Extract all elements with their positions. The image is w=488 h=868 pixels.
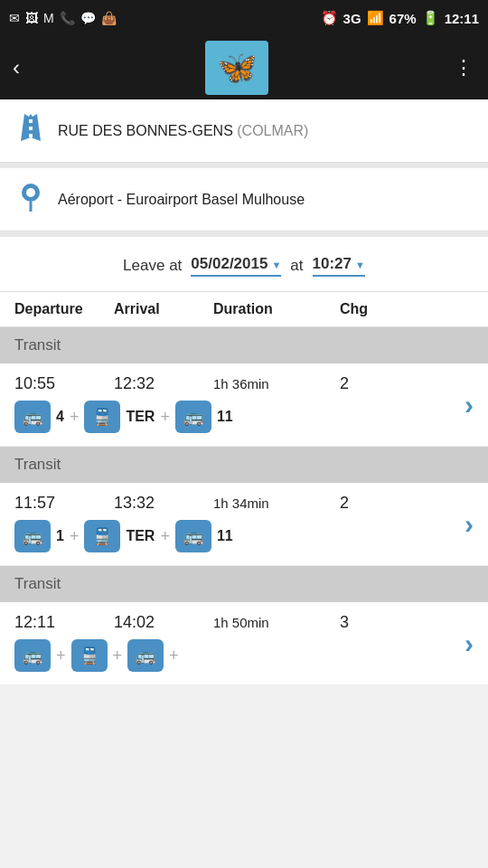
arrival-time-2: 13:32 bbox=[114, 494, 213, 513]
transit-label-2: Transit bbox=[14, 456, 61, 474]
line-num-2b: TER bbox=[126, 528, 155, 544]
pin-icon bbox=[14, 181, 47, 218]
plus-3b: + bbox=[113, 646, 123, 665]
departure-time-2: 11:57 bbox=[14, 494, 114, 513]
svg-rect-2 bbox=[29, 134, 33, 137]
arrival-col-header: Arrival bbox=[114, 301, 213, 317]
trip-row-3[interactable]: 12:11 14:02 1h 50min 3 🚌 + 🚆 + 🚌 + › bbox=[0, 602, 488, 685]
duration-3: 1h 50min bbox=[213, 615, 340, 630]
trip-row-1[interactable]: 10:55 12:32 1h 36min 2 🚌 4 + 🚆 TER + 🚌 1… bbox=[0, 363, 488, 447]
at-label: at bbox=[290, 257, 303, 275]
plus-2b: + bbox=[160, 527, 170, 546]
svg-rect-1 bbox=[29, 127, 33, 130]
origin-address: RUE DES BONNES-GENS (COLMAR) bbox=[0, 99, 488, 163]
svg-rect-0 bbox=[29, 119, 33, 123]
transit-header-1: Transit bbox=[0, 327, 488, 363]
changes-1: 2 bbox=[340, 374, 412, 393]
arrival-time-1: 12:32 bbox=[114, 374, 213, 393]
back-button[interactable]: ‹ bbox=[13, 55, 20, 80]
status-icons: ✉ 🖼 M 📞 💬 👜 bbox=[9, 11, 117, 25]
leave-time-picker[interactable]: 10:27 bbox=[313, 255, 365, 277]
trip-times-2: 11:57 13:32 1h 34min 2 bbox=[14, 494, 474, 513]
transit-header-3: Transit bbox=[0, 566, 488, 602]
origin-text: RUE DES BONNES-GENS (COLMAR) bbox=[58, 123, 308, 139]
departure-time-1: 10:55 bbox=[14, 374, 114, 393]
status-right: ⏰ 3G 📶 67% 🔋 12:11 bbox=[321, 10, 479, 26]
arrival-time-3: 14:02 bbox=[114, 613, 213, 632]
destination-text: Aéroport - Euroairport Basel Mulhouse bbox=[58, 192, 305, 208]
changes-3: 3 bbox=[340, 613, 412, 632]
status-bar: ✉ 🖼 M 📞 💬 👜 ⏰ 3G 📶 67% 🔋 12:11 bbox=[0, 0, 488, 36]
signal-icon: 📶 bbox=[367, 10, 384, 26]
network-label: 3G bbox=[343, 11, 361, 26]
duration-2: 1h 34min bbox=[213, 495, 340, 511]
train-icon-1: 🚆 bbox=[84, 401, 120, 433]
butterfly-icon: 🦋 bbox=[217, 49, 258, 87]
departure-time-3: 12:11 bbox=[14, 613, 114, 632]
plus-3a: + bbox=[56, 646, 66, 665]
chevron-right-3[interactable]: › bbox=[465, 628, 474, 659]
bus-icon-3b: 🚌 bbox=[127, 639, 164, 672]
line-num-1b: TER bbox=[126, 409, 155, 425]
image-icon: 🖼 bbox=[25, 11, 38, 25]
destination-address: Aéroport - Euroairport Basel Mulhouse bbox=[0, 168, 488, 231]
battery-label: 67% bbox=[389, 11, 417, 26]
alarm-icon: ⏰ bbox=[321, 10, 338, 26]
more-button[interactable]: ⋮ bbox=[454, 56, 475, 80]
plus-1b: + bbox=[160, 408, 170, 427]
clock-time: 12:11 bbox=[445, 11, 479, 26]
table-header: Departure Arrival Duration Chg bbox=[0, 292, 488, 327]
plus-2a: + bbox=[70, 527, 80, 546]
changes-2: 2 bbox=[340, 494, 412, 513]
bus-icon-2b: 🚌 bbox=[175, 520, 211, 552]
gmail-icon: M bbox=[43, 11, 54, 25]
line-num-2c: 11 bbox=[217, 528, 233, 544]
bus-icon-2: 🚌 bbox=[14, 520, 51, 552]
envelope-icon: ✉ bbox=[9, 11, 20, 25]
trip-icons-3: 🚌 + 🚆 + 🚌 + bbox=[14, 639, 474, 672]
line-num-2a: 1 bbox=[56, 528, 64, 544]
plus-1a: + bbox=[70, 408, 80, 427]
transit-header-2: Transit bbox=[0, 447, 488, 483]
transit-label-3: Transit bbox=[14, 575, 61, 593]
train-icon-3: 🚆 bbox=[71, 639, 108, 672]
chevron-right-2[interactable]: › bbox=[465, 509, 474, 540]
wallet-icon: 👜 bbox=[101, 11, 117, 25]
top-nav: ‹ 🦋 ⋮ bbox=[0, 36, 488, 99]
leave-date-picker[interactable]: 05/02/2015 bbox=[191, 255, 281, 277]
line-num-1a: 4 bbox=[56, 409, 64, 425]
battery-icon: 🔋 bbox=[422, 10, 439, 26]
train-icon-2: 🚆 bbox=[84, 520, 120, 552]
duration-1: 1h 36min bbox=[213, 376, 340, 392]
bus-icon-1b: 🚌 bbox=[175, 401, 211, 433]
leave-at-section: Leave at 05/02/2015 at 10:27 bbox=[0, 237, 488, 292]
chevron-right-1[interactable]: › bbox=[465, 390, 474, 420]
plus-3c: + bbox=[169, 646, 179, 665]
departure-col-header: Departure bbox=[14, 301, 114, 317]
leave-label: Leave at bbox=[123, 257, 182, 275]
app-logo[interactable]: 🦋 bbox=[205, 41, 268, 95]
svg-point-4 bbox=[26, 188, 35, 197]
bus-icon-1: 🚌 bbox=[14, 401, 51, 433]
road-icon bbox=[14, 112, 47, 149]
duration-col-header: Duration bbox=[213, 301, 340, 317]
trip-row-2[interactable]: 11:57 13:32 1h 34min 2 🚌 1 + 🚆 TER + 🚌 1… bbox=[0, 483, 488, 566]
trip-times-1: 10:55 12:32 1h 36min 2 bbox=[14, 374, 474, 393]
chg-col-header: Chg bbox=[340, 301, 412, 317]
line-num-1c: 11 bbox=[217, 409, 233, 425]
trip-times-3: 12:11 14:02 1h 50min 3 bbox=[14, 613, 474, 632]
transit-label-1: Transit bbox=[14, 336, 61, 354]
bus-icon-3: 🚌 bbox=[14, 639, 51, 672]
message-icon: 💬 bbox=[80, 11, 96, 25]
trip-icons-1: 🚌 4 + 🚆 TER + 🚌 11 bbox=[14, 401, 474, 433]
phone-icon: 📞 bbox=[60, 11, 75, 25]
trip-icons-2: 🚌 1 + 🚆 TER + 🚌 11 bbox=[14, 520, 474, 552]
